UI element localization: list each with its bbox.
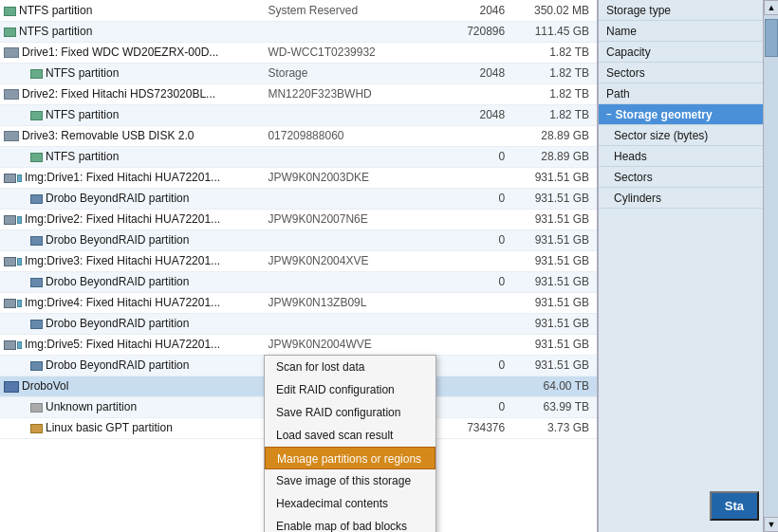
drive-size-cell: 931.51 GB <box>509 355 597 376</box>
drive-serial-cell <box>264 229 430 250</box>
property-item[interactable]: –Storage geometry <box>599 104 764 125</box>
drive-size-cell: 1.82 TB <box>509 104 597 125</box>
property-item[interactable]: Cylinders <box>599 188 764 209</box>
drive-size-cell: 931.51 GB <box>509 209 597 229</box>
drive-sectors-cell: 2048 <box>431 104 509 125</box>
table-row[interactable]: Drive3: Removable USB DISK 2.0 017209888… <box>0 125 597 146</box>
drive-name-label: Unknown partition <box>46 400 137 413</box>
table-row[interactable]: Img:Drive2: Fixed Hitachi HUA72201... JP… <box>0 209 597 229</box>
context-menu-item[interactable]: Enable map of bad blocks <box>265 515 435 532</box>
property-item[interactable]: Sector size (bytes) <box>599 125 764 146</box>
scroll-up-button[interactable]: ▲ <box>764 0 778 15</box>
table-row[interactable]: NTFS partition System Reserved 2046 350.… <box>0 0 597 21</box>
table-row[interactable]: Drobo BeyondRAID partition 0 931.51 GB <box>0 229 597 250</box>
scroll-down-button[interactable]: ▼ <box>764 517 778 532</box>
context-menu-item[interactable]: Save RAID configuration <box>265 401 435 424</box>
drive-name-label: Drobo BeyondRAID partition <box>46 317 189 330</box>
left-panel: NTFS partition System Reserved 2046 350.… <box>0 0 598 532</box>
context-menu-item[interactable]: Load saved scan result <box>265 424 435 447</box>
table-row[interactable]: Drive2: Fixed Hitachi HDS723020BL... MN1… <box>0 83 597 104</box>
drive-serial-cell: Storage <box>264 63 430 83</box>
context-menu-item[interactable]: Scan for lost data <box>265 356 435 378</box>
property-item[interactable]: Storage type <box>599 0 764 21</box>
table-row[interactable]: NTFS partition 2048 1.82 TB <box>0 104 597 125</box>
section-label: Storage geometry <box>616 104 713 125</box>
drive-name-cell: NTFS partition <box>0 21 264 42</box>
drive-name-cell: Drive2: Fixed Hitachi HDS723020BL... <box>0 83 264 104</box>
drive-name-label: Img:Drive3: Fixed Hitachi HUA72201... <box>25 254 220 267</box>
drive-serial-cell <box>264 188 430 209</box>
context-menu-item[interactable]: Hexadecimal contents <box>265 492 435 515</box>
table-row[interactable]: Drobo BeyondRAID partition 0 931.51 GB <box>0 188 597 209</box>
drive-size-cell: 931.51 GB <box>509 229 597 250</box>
property-item[interactable]: Sectors <box>599 167 764 188</box>
drive-size-cell: 1.82 TB <box>509 42 597 63</box>
drive-serial-cell <box>264 313 430 334</box>
drive-name-cell: Drobo BeyondRAID partition <box>0 355 264 376</box>
drive-serial-cell: JPW9K0N2007N6E <box>264 209 430 229</box>
drive-size-cell: 350.02 MB <box>509 0 597 21</box>
drive-serial-cell: 017209888060 <box>264 125 430 146</box>
table-row[interactable]: Drobo BeyondRAID partition 931.51 GB <box>0 313 597 334</box>
drive-size-cell: 1.82 TB <box>509 83 597 104</box>
property-item[interactable]: Capacity <box>599 42 764 63</box>
drive-name-cell: Img:Drive2: Fixed Hitachi HUA72201... <box>0 209 264 229</box>
drive-sectors-cell <box>431 42 509 63</box>
drive-serial-cell: JPW9K0N2003DKE <box>264 167 430 188</box>
drive-sectors-cell: 0 <box>431 188 509 209</box>
drive-serial-cell <box>264 104 430 125</box>
table-row[interactable]: Drobo BeyondRAID partition 0 931.51 GB <box>0 271 597 292</box>
drive-sectors-cell: 0 <box>431 355 509 376</box>
table-row[interactable]: NTFS partition 0 28.89 GB <box>0 146 597 167</box>
drive-size-cell: 3.73 GB <box>509 417 597 438</box>
right-scrollbar[interactable]: ▲ ▼ <box>763 0 778 532</box>
table-row[interactable]: NTFS partition Storage 2048 1.82 TB <box>0 63 597 83</box>
table-row[interactable]: Img:Drive5: Fixed Hitachi HUA72201... JP… <box>0 334 597 355</box>
table-row[interactable]: NTFS partition 720896 111.45 GB <box>0 21 597 42</box>
drive-size-cell: 931.51 GB <box>509 313 597 334</box>
drive-name-cell: Img:Drive4: Fixed Hitachi HUA72201... <box>0 292 264 313</box>
drive-name-label: Drive1: Fixed WDC WD20EZRX-00D... <box>22 46 218 59</box>
drive-sectors-cell: 0 <box>431 271 509 292</box>
drive-name-label: Img:Drive2: Fixed Hitachi HUA72201... <box>25 212 220 226</box>
drive-size-cell: 1.82 TB <box>509 63 597 83</box>
property-item[interactable]: Sectors <box>599 63 764 83</box>
drive-name-label: Img:Drive4: Fixed Hitachi HUA72201... <box>25 296 220 309</box>
drive-serial-cell: JPW9K0N13ZB09L <box>264 292 430 313</box>
context-menu-item[interactable]: Edit RAID configuration <box>265 378 435 401</box>
drive-name-label: NTFS partition <box>46 150 119 163</box>
drive-name-label: Drobo BeyondRAID partition <box>46 358 189 372</box>
drive-name-label: Drive3: Removable USB DISK 2.0 <box>22 129 194 142</box>
drive-sectors-cell <box>431 376 509 396</box>
drive-serial-cell: WD-WCC1T0239932 <box>264 42 430 63</box>
drive-name-label: Drive2: Fixed Hitachi HDS723020BL... <box>22 87 215 101</box>
property-item[interactable]: Path <box>599 83 764 104</box>
table-row[interactable]: Img:Drive3: Fixed Hitachi HUA72201... JP… <box>0 250 597 271</box>
drive-sectors-cell <box>431 292 509 313</box>
drive-name-cell: Img:Drive5: Fixed Hitachi HUA72201... <box>0 334 264 355</box>
table-row[interactable]: Img:Drive1: Fixed Hitachi HUA72201... JP… <box>0 167 597 188</box>
drive-sectors-cell <box>431 83 509 104</box>
property-item[interactable]: Name <box>599 21 764 42</box>
drive-sectors-cell: 720896 <box>431 21 509 42</box>
drive-name-label: Img:Drive1: Fixed Hitachi HUA72201... <box>25 171 220 184</box>
drive-name-cell: Drobo BeyondRAID partition <box>0 271 264 292</box>
context-menu-item[interactable]: Manage partitions or regions <box>265 447 435 469</box>
drive-name-cell: Linux basic GPT partition <box>0 417 264 438</box>
scroll-track <box>764 15 778 517</box>
drive-size-cell: 931.51 GB <box>509 292 597 313</box>
drive-size-cell: 28.89 GB <box>509 125 597 146</box>
drive-name-label: Img:Drive5: Fixed Hitachi HUA72201... <box>25 338 220 351</box>
drive-sectors-cell <box>431 209 509 229</box>
scroll-thumb[interactable] <box>765 19 778 57</box>
drive-sectors-cell: 2048 <box>431 63 509 83</box>
drive-size-cell: 64.00 TB <box>509 376 597 396</box>
sta-button[interactable]: Sta <box>710 491 759 521</box>
drive-name-label: Drobo BeyondRAID partition <box>46 192 189 205</box>
table-row[interactable]: Drive1: Fixed WDC WD20EZRX-00D... WD-WCC… <box>0 42 597 63</box>
drive-size-cell: 931.51 GB <box>509 250 597 271</box>
property-item[interactable]: Heads <box>599 146 764 167</box>
table-row[interactable]: Img:Drive4: Fixed Hitachi HUA72201... JP… <box>0 292 597 313</box>
context-menu-item[interactable]: Save image of this storage <box>265 469 435 492</box>
drive-name-cell: Drobo BeyondRAID partition <box>0 229 264 250</box>
